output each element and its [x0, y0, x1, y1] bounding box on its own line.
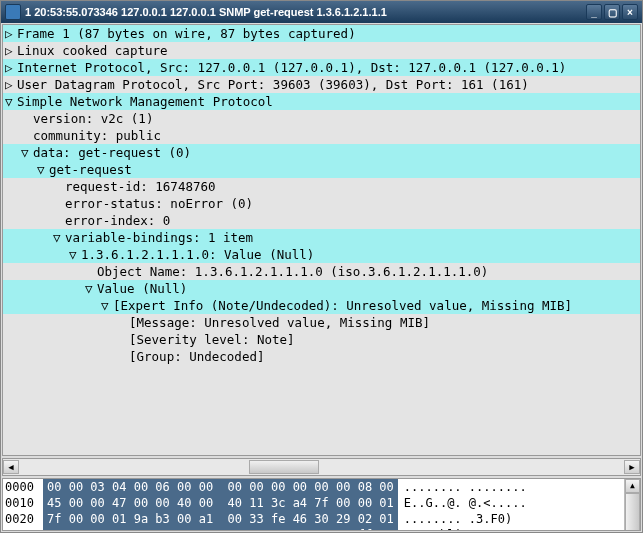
tree-label: Frame 1 (87 bytes on wire, 87 bytes capt… [17, 25, 356, 42]
collapse-icon[interactable]: ▽ [5, 93, 17, 110]
tree-row[interactable]: community: public [3, 127, 640, 144]
tree-spacer [117, 331, 129, 348]
tree-label: Value (Null) [97, 280, 187, 297]
minimize-button[interactable]: _ [586, 4, 602, 20]
tree-row[interactable]: ▽Simple Network Management Protocol [3, 93, 640, 110]
tree-label: error-index: 0 [65, 212, 170, 229]
tree-label: Simple Network Management Protocol [17, 93, 273, 110]
hex-row[interactable]: 003001 04 06 70 75 62 6c 69 63 a0 1c 02 … [3, 527, 624, 530]
hex-ascii: ........ ........ [398, 479, 533, 495]
tree-label: Internet Protocol, Src: 127.0.0.1 (127.0… [17, 59, 566, 76]
collapse-icon[interactable]: ▽ [101, 297, 113, 314]
tree-label: error-status: noError (0) [65, 195, 253, 212]
tree-row[interactable]: [Severity level: Note] [3, 331, 640, 348]
collapse-icon[interactable]: ▽ [53, 229, 65, 246]
tree-row[interactable]: Object Name: 1.3.6.1.2.1.1.1.0 (iso.3.6.… [3, 263, 640, 280]
tree-row[interactable]: [Message: Unresolved value, Missing MIB] [3, 314, 640, 331]
tree-spacer [117, 314, 129, 331]
tree-row[interactable]: [Group: Undecoded] [3, 348, 640, 365]
tree-label: data: get-request (0) [33, 144, 191, 161]
tree-row[interactable]: ▽variable-bindings: 1 item [3, 229, 640, 246]
packet-details-panel[interactable]: ▷Frame 1 (87 bytes on wire, 87 bytes cap… [2, 24, 641, 456]
hex-row[interactable]: 001045 00 00 47 00 00 40 00 40 11 3c a4 … [3, 495, 624, 511]
tree-label: [Message: Unresolved value, Missing MIB] [129, 314, 430, 331]
hex-row[interactable]: 00207f 00 00 01 9a b3 00 a1 00 33 fe 46 … [3, 511, 624, 527]
tree-row[interactable]: error-status: noError (0) [3, 195, 640, 212]
vscroll-thumb[interactable] [625, 493, 640, 531]
tree-spacer [117, 348, 129, 365]
tree-row[interactable]: ▽[Expert Info (Note/Undecoded): Unresolv… [3, 297, 640, 314]
vertical-scrollbar[interactable]: ▲ ▼ [624, 479, 640, 530]
collapse-icon[interactable]: ▽ [85, 280, 97, 297]
app-icon [5, 4, 21, 20]
collapse-icon[interactable]: ▽ [69, 246, 81, 263]
tree-label: [Expert Info (Note/Undecoded): Unresolve… [113, 297, 572, 314]
tree-row[interactable]: error-index: 0 [3, 212, 640, 229]
hex-bytes: 7f 00 00 01 9a b3 00 a1 00 33 fe 46 30 2… [43, 511, 398, 527]
tree-label: [Group: Undecoded] [129, 348, 264, 365]
tree-spacer [53, 212, 65, 229]
tree-label: request-id: 16748760 [65, 178, 216, 195]
tree-label: variable-bindings: 1 item [65, 229, 253, 246]
tree-row[interactable]: ▷Linux cooked capture [3, 42, 640, 59]
tree-spacer [53, 195, 65, 212]
tree-label: Linux cooked capture [17, 42, 168, 59]
tree-spacer [21, 127, 33, 144]
tree-label: Object Name: 1.3.6.1.2.1.1.1.0 (iso.3.6.… [97, 263, 488, 280]
tree-spacer [85, 263, 97, 280]
tree-label: version: v2c (1) [33, 110, 153, 127]
tree-row[interactable]: ▷Frame 1 (87 bytes on wire, 87 bytes cap… [3, 25, 640, 42]
tree-row[interactable]: version: v2c (1) [3, 110, 640, 127]
collapse-icon[interactable]: ▽ [21, 144, 33, 161]
tree-row[interactable]: ▷User Datagram Protocol, Src Port: 39603… [3, 76, 640, 93]
hex-dump-body: 000000 00 03 04 00 06 00 00 00 00 00 00 … [3, 479, 624, 530]
tree-label: community: public [33, 127, 161, 144]
expand-icon[interactable]: ▷ [5, 25, 17, 42]
scroll-left-button[interactable]: ◀ [3, 460, 19, 474]
hex-offset: 0000 [3, 479, 43, 495]
tree-spacer [53, 178, 65, 195]
tree-label: [Severity level: Note] [129, 331, 295, 348]
window-buttons: _ ▢ × [586, 4, 638, 20]
scroll-right-button[interactable]: ▶ [624, 460, 640, 474]
expand-icon[interactable]: ▷ [5, 59, 17, 76]
tree-row[interactable]: ▽data: get-request (0) [3, 144, 640, 161]
tree-label: get-request [49, 161, 132, 178]
tree-spacer [21, 110, 33, 127]
hex-offset: 0020 [3, 511, 43, 527]
tree-label: 1.3.6.1.2.1.1.1.0: Value (Null) [81, 246, 314, 263]
hex-bytes: 00 00 03 04 00 06 00 00 00 00 00 00 00 0… [43, 479, 398, 495]
hex-row[interactable]: 000000 00 03 04 00 06 00 00 00 00 00 00 … [3, 479, 624, 495]
hex-offset: 0030 [3, 527, 43, 530]
scroll-track[interactable] [19, 460, 624, 474]
window-title: 1 20:53:55.073346 127.0.0.1 127.0.0.1 SN… [25, 6, 586, 18]
maximize-button[interactable]: ▢ [604, 4, 620, 20]
scroll-thumb[interactable] [249, 460, 319, 474]
collapse-icon[interactable]: ▽ [37, 161, 49, 178]
tree-row[interactable]: ▽get-request [3, 161, 640, 178]
hex-bytes: 45 00 00 47 00 00 40 00 40 11 3c a4 7f 0… [43, 495, 398, 511]
hex-ascii: E..G..@. @.<..... [398, 495, 533, 511]
scroll-up-button[interactable]: ▲ [625, 479, 640, 493]
vscroll-track[interactable] [625, 493, 640, 516]
horizontal-scrollbar[interactable]: ◀ ▶ [2, 458, 641, 476]
hex-dump-panel[interactable]: 000000 00 03 04 00 06 00 00 00 00 00 00 … [2, 478, 641, 531]
hex-bytes: 01 04 06 70 75 62 6c 69 63 a0 1c 02 04 0… [43, 527, 398, 530]
tree-row[interactable]: ▷Internet Protocol, Src: 127.0.0.1 (127.… [3, 59, 640, 76]
tree-label: User Datagram Protocol, Src Port: 39603 … [17, 76, 529, 93]
tree-row[interactable]: ▽1.3.6.1.2.1.1.1.0: Value (Null) [3, 246, 640, 263]
tree-row[interactable]: request-id: 16748760 [3, 178, 640, 195]
hex-ascii: ........ .3.F0) [398, 511, 518, 527]
hex-ascii: ...publi c....... [398, 527, 533, 530]
expand-icon[interactable]: ▷ [5, 42, 17, 59]
tree-row[interactable]: ▽Value (Null) [3, 280, 640, 297]
hex-offset: 0010 [3, 495, 43, 511]
expand-icon[interactable]: ▷ [5, 76, 17, 93]
title-bar: 1 20:53:55.073346 127.0.0.1 127.0.0.1 SN… [1, 1, 642, 23]
close-button[interactable]: × [622, 4, 638, 20]
